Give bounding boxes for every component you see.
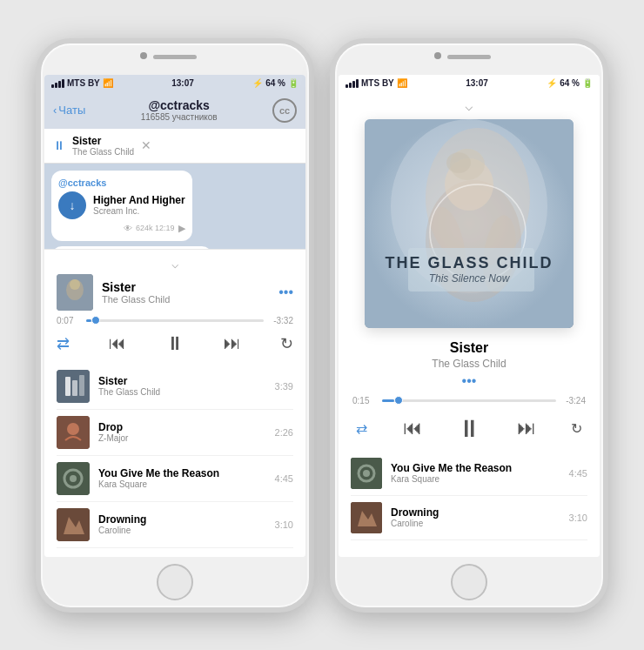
cc-badge: cc (272, 98, 297, 123)
player-panel: ⌵ Sister The Glass Child (44, 249, 305, 557)
mini-track-artist: The Glass Child (72, 147, 134, 157)
tl-info-2: Drop Z-Major (98, 421, 266, 443)
home-button-left[interactable] (157, 564, 193, 600)
status-right-right: ⚡ 64 % 🔋 (547, 78, 593, 88)
tl-info-4: Drowning Caroline (98, 513, 266, 535)
channel-subscribers: 116585 участников (85, 112, 272, 122)
track-list-item-4[interactable]: Drowning Caroline 3:10 (57, 502, 293, 548)
fp-chevron[interactable]: ⌵ (339, 92, 600, 119)
battery-label: 64 % (265, 78, 285, 88)
bt-icon-right: ⚡ (547, 78, 557, 88)
fp-track-item-2[interactable]: Drowning Caroline 3:10 (351, 496, 587, 540)
channel-title: @cctracks 116585 участников (85, 98, 272, 122)
bar1r (345, 84, 348, 88)
fp-progress-fill (382, 399, 394, 402)
player-more-button[interactable]: ••• (278, 285, 293, 300)
album-text: THE GLASS CHILD This Silence Now (365, 254, 574, 285)
player-track-name: Sister (102, 280, 270, 294)
player-album-thumb (57, 274, 93, 311)
wifi-icon: 📶 (103, 78, 113, 88)
album-art: THE GLASS CHILD This Silence Now (365, 119, 574, 328)
progress-handle (91, 316, 100, 325)
svg-rect-4 (65, 377, 70, 396)
battery-right: 64 % (560, 78, 580, 88)
bar1 (51, 84, 54, 88)
status-left-right: MTS BY 📶 (345, 78, 407, 88)
fp-shuffle-button[interactable]: ⇄ (356, 420, 367, 437)
fp-item-dur-2: 3:10 (569, 513, 587, 523)
mini-player-bar[interactable]: ⏸ Sister The Glass Child ✕ (44, 129, 305, 164)
fp-rewind-button[interactable]: ⏮ (403, 417, 422, 439)
svg-point-19 (446, 152, 471, 173)
front-camera-right (434, 52, 441, 59)
fp-forward-button[interactable]: ⏭ (517, 417, 536, 439)
fp-more-button[interactable]: ••• (356, 373, 582, 389)
time-label: 13:07 (171, 78, 194, 88)
rewind-button[interactable]: ⏮ (109, 333, 126, 353)
player-track-details: Sister The Glass Child (102, 280, 270, 305)
pause-button[interactable]: ⏸ (165, 332, 184, 355)
fp-item-name-1: You Give Me the Reason (391, 462, 560, 474)
repeat-button[interactable]: ↻ (280, 334, 293, 353)
fp-track-item-1[interactable]: You Give Me the Reason Kara Square 4:45 (351, 452, 587, 496)
chevron-left-icon: ‹ (53, 104, 57, 117)
battery-icon: 🔋 (288, 78, 299, 88)
fp-repeat-button[interactable]: ↻ (571, 420, 582, 437)
fp-track-info: Sister The Glass Child ••• (339, 340, 600, 396)
signal-bars (51, 79, 64, 88)
album-canvas: THE GLASS CHILD This Silence Now (365, 119, 574, 328)
progress-track[interactable] (86, 319, 264, 322)
fp-track-artist: The Glass Child (356, 358, 582, 370)
track-details-1: Higher And Higher Scream Inc. (93, 194, 185, 216)
channel-name: @cctracks (85, 98, 272, 112)
mini-track-name: Sister (72, 135, 134, 147)
scene: MTS BY 📶 13:07 ⚡ 64 % 🔋 ‹ Чаты @cctracks (18, 21, 626, 630)
bar4 (62, 79, 64, 88)
full-player: ⌵ (339, 92, 600, 557)
fp-time-remaining: -3:24 (561, 396, 586, 405)
svg-point-11 (70, 475, 77, 482)
mini-track-info: Sister The Glass Child (72, 135, 134, 157)
forward-icon-1: ▶ (178, 223, 185, 234)
tl-thumb-3 (57, 462, 90, 495)
track-list-item-1[interactable]: Sister The Glass Child 3:39 (57, 364, 293, 410)
wifi-icon-right: 📶 (397, 78, 407, 88)
status-bar: MTS BY 📶 13:07 ⚡ 64 % 🔋 (44, 75, 305, 92)
fp-item-info-2: Drowning Caroline (391, 506, 560, 528)
tl-duration-2: 2:26 (275, 427, 293, 438)
track-list-item-2[interactable]: Drop Z-Major 2:26 (57, 410, 293, 456)
top-speaker-right (447, 55, 491, 59)
forward-button[interactable]: ⏭ (224, 333, 241, 353)
fp-item-dur-1: 4:45 (569, 468, 587, 479)
track-row-1: ↓ Higher And Higher Scream Inc. (58, 191, 185, 219)
fp-pause-button[interactable]: ⏸ (457, 414, 481, 443)
svg-point-26 (363, 470, 370, 477)
progress-bar-container: 0:07 -3:32 (57, 316, 293, 325)
chat-messages: @cctracks ↓ Higher And Higher Scream Inc… (44, 164, 305, 249)
track-list-item-3[interactable]: You Give Me the Reason Kara Square 4:45 (57, 456, 293, 502)
fp-progress-container: 0:15 -3:24 (339, 396, 600, 405)
back-button[interactable]: ‹ Чаты (53, 104, 85, 117)
tl-duration-1: 3:39 (275, 381, 293, 392)
back-label: Чаты (58, 104, 85, 117)
fp-item-name-2: Drowning (391, 506, 560, 519)
shuffle-button[interactable]: ⇄ (57, 334, 70, 353)
bar3r (352, 81, 355, 88)
bar3 (58, 81, 61, 88)
mini-close-button[interactable]: ✕ (141, 138, 151, 152)
carrier-label: MTS BY (67, 78, 100, 88)
tl-info-3: You Give Me the Reason Kara Square (98, 467, 266, 489)
time-right: 13:07 (466, 78, 488, 88)
tl-duration-4: 3:10 (275, 519, 293, 530)
left-phone: MTS BY 📶 13:07 ⚡ 64 % 🔋 ‹ Чаты @cctracks (36, 38, 314, 613)
bar2r (349, 83, 352, 88)
fp-progress-handle (394, 396, 403, 405)
fp-track-list: You Give Me the Reason Kara Square 4:45 … (339, 452, 600, 557)
carrier-right: MTS BY (361, 78, 394, 88)
bar2 (55, 83, 57, 88)
home-button-right[interactable] (451, 564, 487, 600)
tl-thumb-2 (57, 416, 90, 449)
fp-thumb-1 (351, 458, 382, 489)
fp-progress-track[interactable] (382, 399, 556, 402)
fp-item-info-1: You Give Me the Reason Kara Square (391, 462, 560, 484)
